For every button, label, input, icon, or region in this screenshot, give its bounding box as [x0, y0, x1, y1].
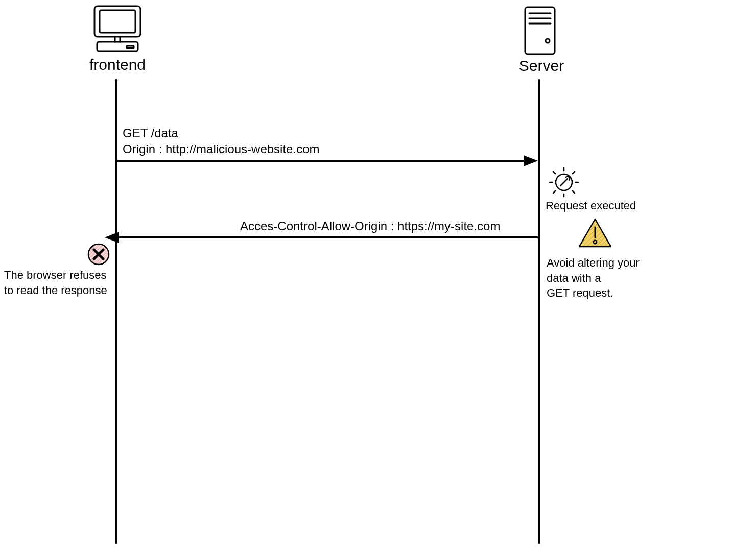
request-line1: GET /data [123, 125, 319, 141]
request-line2: Origin : http://malicious-website.com [123, 141, 319, 157]
svg-rect-4 [525, 7, 555, 54]
browser-refuses-note: The browser refuses to read the response [4, 268, 116, 298]
response-message: Acces-Control-Allow-Origin : https://my-… [240, 218, 500, 234]
svg-rect-3 [127, 46, 134, 48]
warning-note: Avoid altering your data with a GET requ… [547, 255, 669, 301]
response-arrow-line [117, 236, 539, 238]
svg-point-8 [546, 39, 550, 43]
error-x-icon [87, 243, 110, 266]
frontend-computer-icon [87, 4, 148, 55]
request-arrow-line [117, 160, 526, 162]
frontend-label: frontend [77, 56, 158, 74]
frontend-lifeline [115, 79, 117, 544]
gear-icon [549, 167, 579, 197]
server-lifeline [538, 79, 540, 544]
server-icon [522, 5, 558, 56]
warning-icon [577, 217, 613, 249]
request-message: GET /data Origin : http://malicious-webs… [123, 125, 319, 157]
request-arrow-head [524, 155, 538, 166]
request-executed-label: Request executed [546, 198, 658, 213]
response-line1: Acces-Control-Allow-Origin : https://my-… [240, 218, 500, 234]
svg-rect-1 [100, 10, 135, 33]
response-arrow-head [105, 232, 119, 243]
server-label: Server [506, 57, 577, 75]
